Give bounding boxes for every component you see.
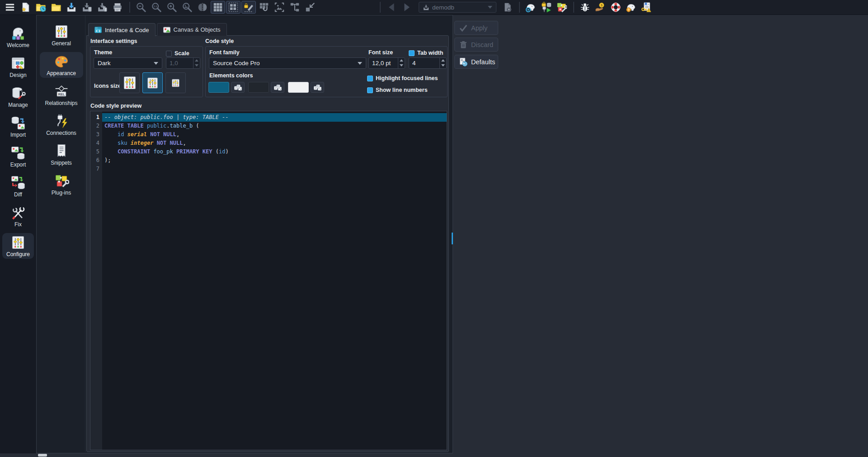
line-number: 6 <box>90 156 102 165</box>
sidebar-item-label: Configure <box>6 251 30 257</box>
lock-delimiters-button[interactable] <box>241 1 256 14</box>
fit-view-button[interactable] <box>180 1 194 14</box>
model-validation-button[interactable] <box>539 1 553 14</box>
resize-grip[interactable] <box>38 454 47 457</box>
arrange-objects-button[interactable] <box>288 1 302 14</box>
save-model-button[interactable] <box>64 1 79 14</box>
model-selector[interactable]: demodb <box>419 2 496 13</box>
puzzle-wrench-icon <box>556 2 567 13</box>
sidebar-item-export[interactable]: Export <box>2 143 34 169</box>
elephant-sql-icon <box>525 2 536 13</box>
code-preview-editor[interactable]: 1234567 -- object: public.foo | type: TA… <box>90 111 447 450</box>
font-family-select[interactable]: Source Code Pro <box>209 57 366 69</box>
recent-models-button[interactable] <box>33 1 48 14</box>
plug-validate-icon <box>541 2 552 13</box>
tab-interface-code[interactable]: Interface & Code <box>88 23 156 36</box>
about-button[interactable]: ? <box>624 1 638 14</box>
tab-width-spinbox[interactable]: 4 <box>409 57 447 69</box>
chevron-down-icon <box>358 62 362 65</box>
save-icon <box>66 2 77 13</box>
new-model-button[interactable] <box>18 1 33 14</box>
license-button[interactable]: ! <box>639 1 654 14</box>
sidebar-item-welcome[interactable]: Welcome <box>2 24 34 50</box>
donate-button[interactable]: $ <box>593 1 608 14</box>
redo-button[interactable] <box>400 1 414 14</box>
print-model-button[interactable] <box>110 1 125 14</box>
sidebar-item-configure[interactable]: Configure <box>2 233 34 259</box>
icons-size-option-1[interactable] <box>119 72 140 93</box>
code-line: CONSTRAINT foo_pk PRIMARY KEY (id) <box>102 148 447 156</box>
dock-area: ApplyDiscardDefaults <box>453 15 868 457</box>
spinner-arrows[interactable] <box>193 58 200 68</box>
zoom-in-button[interactable] <box>165 1 179 14</box>
config-section-connections[interactable]: Connections <box>40 112 83 138</box>
config-section-appearance[interactable]: Appearance <box>40 52 83 78</box>
zoom-out-button[interactable] <box>134 1 148 14</box>
element-color-swatch-2[interactable] <box>248 82 269 93</box>
icons-size-option-3[interactable] <box>165 72 186 93</box>
preview-image-button[interactable] <box>272 1 287 14</box>
config-section-plug-ins[interactable]: Plug-ins <box>40 171 83 197</box>
random-color-button-3[interactable] <box>311 82 324 93</box>
show-grid-button[interactable] <box>211 1 225 14</box>
config-section-relationships[interactable]: RELRelationships <box>40 82 83 108</box>
report-bug-button[interactable] <box>578 1 592 14</box>
arrow-right-icon <box>401 2 412 13</box>
random-color-button-1[interactable] <box>231 82 245 93</box>
sidebar-item-label: Fix <box>14 221 22 228</box>
code-line: CREATE TABLE public.table_b ( <box>102 122 447 130</box>
element-color-swatch-3[interactable] <box>288 82 309 93</box>
toolbar-separator <box>129 2 130 13</box>
random-color-button-2[interactable] <box>271 82 284 93</box>
save-all-button[interactable] <box>95 1 109 14</box>
elements-colors-row <box>208 82 324 93</box>
source-code-button[interactable] <box>524 1 538 14</box>
snap-to-grid-button[interactable] <box>257 1 271 14</box>
font-size-value: 12,0 pt <box>369 58 398 68</box>
center-view-button[interactable] <box>195 1 210 14</box>
config-section-general[interactable]: General <box>40 22 83 48</box>
plugins-toolbar-button[interactable] <box>554 1 569 14</box>
interface-code-pane: Interface settings Theme Dark Scale 1,0 … <box>86 35 449 452</box>
highlight-lines-checkbox[interactable] <box>367 76 373 81</box>
support-button[interactable] <box>609 1 623 14</box>
discard-button[interactable]: Discard <box>454 38 498 52</box>
scale-checkbox[interactable] <box>166 51 172 57</box>
zoom-original-button[interactable]: 1:1 <box>149 1 164 14</box>
undo-button[interactable] <box>384 1 399 14</box>
config-section-label: Plug-ins <box>52 190 71 196</box>
align-to-grid-button[interactable] <box>226 1 241 14</box>
zoom-out-icon <box>136 2 146 13</box>
spinner-arrows[interactable] <box>398 58 405 68</box>
tab-width-checkbox-row: Tab width <box>409 50 443 56</box>
panel-splitter-handle[interactable] <box>452 233 453 244</box>
main-menu-button[interactable] <box>3 1 17 14</box>
config-section-snippets[interactable]: Snippets <box>40 142 83 167</box>
element-color-swatch-1[interactable] <box>208 82 229 93</box>
font-size-spinbox[interactable]: 12,0 pt <box>368 57 405 69</box>
canvas-tab-icon <box>163 26 170 33</box>
save-model-as-button[interactable] <box>80 1 94 14</box>
apply-button[interactable]: Apply <box>454 21 498 35</box>
tab-width-checkbox[interactable] <box>409 50 415 56</box>
discard-label: Discard <box>471 41 493 48</box>
sidebar-item-diff[interactable]: Diff <box>2 173 34 199</box>
defaults-label: Defaults <box>471 58 495 66</box>
theme-select[interactable]: Dark <box>94 57 162 69</box>
sidebar-item-manage[interactable]: Manage <box>2 84 34 109</box>
config-section-label: Snippets <box>51 160 72 166</box>
snippets-icon <box>54 143 69 159</box>
sidebar-item-design[interactable]: Design <box>2 54 34 80</box>
close-model-button[interactable] <box>500 1 514 14</box>
open-model-button[interactable] <box>49 1 63 14</box>
sidebar-item-import[interactable]: Import <box>2 114 34 139</box>
font-size-label: Font size <box>368 49 393 56</box>
tab-canvas-objects[interactable]: Canvas & Objects <box>157 23 227 36</box>
sidebar-item-fix[interactable]: Fix <box>2 203 34 229</box>
line-numbers-checkbox[interactable] <box>367 87 373 93</box>
scale-spinbox[interactable]: 1,0 <box>166 57 200 69</box>
icons-size-option-2[interactable] <box>142 72 163 93</box>
spinner-arrows[interactable] <box>439 58 446 68</box>
defaults-button[interactable]: Defaults <box>454 55 498 69</box>
compact-view-button[interactable] <box>303 1 317 14</box>
